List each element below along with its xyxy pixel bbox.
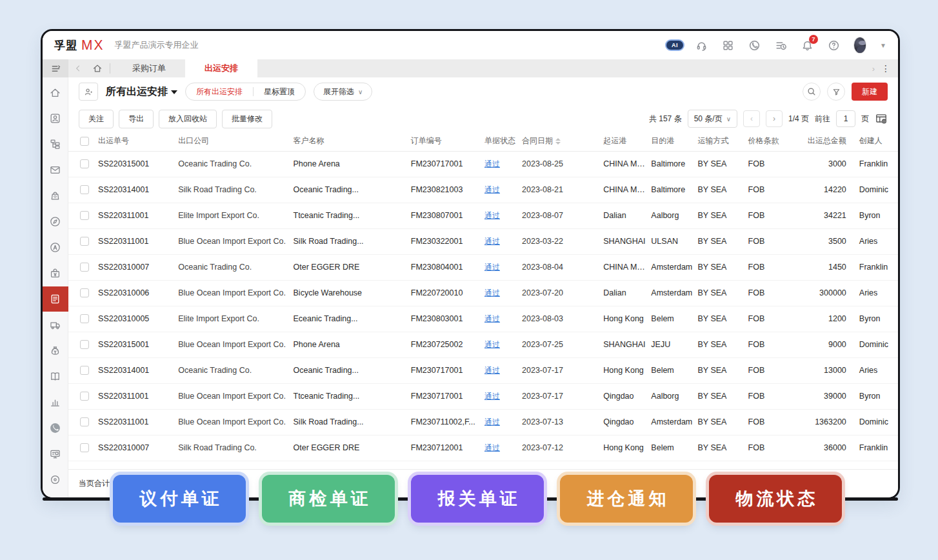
tabs-more-menu-icon[interactable]: ⋮ (881, 63, 890, 74)
goto-page-input[interactable] (836, 110, 855, 127)
follow-button[interactable]: 关注 (79, 110, 114, 128)
tab-shipping-arrangement[interactable]: 出运安排 (185, 59, 257, 77)
sort-icon[interactable] (555, 138, 561, 145)
apps-grid-icon[interactable] (721, 39, 734, 52)
status-link[interactable]: 通过 (484, 211, 500, 220)
table-row[interactable]: SS220311001Blue Ocean Import Export Co.T… (68, 383, 898, 409)
table-row[interactable]: SS220315001Blue Ocean Import Export Co.P… (68, 332, 898, 357)
status-link[interactable]: 通过 (484, 443, 500, 452)
assignee-filter-button[interactable] (79, 83, 98, 101)
status-link[interactable]: 通过 (484, 237, 500, 246)
table-row[interactable]: SS220311001Blue Ocean Import Export Co.S… (68, 228, 898, 254)
sidebar-item-shipping-doc[interactable] (43, 286, 68, 312)
select-all-checkbox[interactable] (80, 137, 89, 146)
pill-starred-top[interactable]: 星标置顶 (254, 83, 305, 100)
sidebar-item-home[interactable] (43, 80, 68, 106)
table-row[interactable]: SS220311001Elite Import Export Co.Ttcean… (68, 203, 898, 228)
row-checkbox[interactable] (80, 314, 89, 323)
row-checkbox[interactable] (80, 340, 89, 349)
status-link[interactable]: 通过 (484, 417, 500, 426)
view-selector[interactable]: 所有出运安排 (106, 85, 177, 99)
row-checkbox[interactable] (80, 185, 89, 194)
prev-page-button[interactable]: ‹ (743, 110, 760, 127)
expand-filter-button[interactable]: 展开筛选∨ (314, 83, 372, 101)
export-button[interactable]: 导出 (119, 110, 154, 128)
task-list-icon[interactable] (774, 39, 787, 52)
next-page-button[interactable]: › (766, 110, 783, 127)
status-link[interactable]: 通过 (484, 366, 500, 375)
avatar-chevron-down-icon[interactable]: ▼ (880, 42, 886, 49)
filter-funnel-button[interactable] (827, 83, 845, 101)
cell-creator: Byron (853, 383, 898, 409)
table-row[interactable]: SS220310007Silk Road Trading Co.Oter EGG… (68, 435, 898, 461)
notifications-bell-icon[interactable]: 7 (801, 39, 813, 52)
sidebar-item-finance-bag[interactable] (43, 337, 68, 363)
sidebar-item-marketing[interactable] (43, 235, 68, 261)
whatsapp-icon[interactable] (748, 39, 761, 52)
page-size-select[interactable]: 50 条/页∨ (688, 110, 737, 128)
sidebar-item-whatsapp[interactable] (43, 415, 68, 441)
sidebar-item-report-chart[interactable] (43, 389, 68, 415)
search-button[interactable] (803, 83, 821, 101)
row-checkbox[interactable] (80, 443, 89, 452)
row-checkbox[interactable] (80, 211, 89, 220)
cell-customer: Oter EGGER DRE (291, 435, 408, 461)
row-checkbox[interactable] (80, 366, 89, 375)
warehouse-notice-button[interactable]: 进仓通知 (560, 475, 693, 523)
create-new-button[interactable]: 新建 (852, 83, 888, 101)
home-icon[interactable] (88, 59, 107, 77)
table-row[interactable]: SS220310005Elite Import Export Co.Eceani… (68, 306, 898, 332)
sidebar-item-mail[interactable] (43, 157, 68, 183)
negotiation-docs-button[interactable]: 议付单证 (113, 475, 246, 523)
batch-edit-button[interactable]: 批量修改 (222, 110, 272, 128)
pill-all-shipments[interactable]: 所有出运安排 (186, 83, 253, 100)
sidebar-item-org-chart[interactable] (43, 132, 68, 157)
logistics-status-button[interactable]: 物流状态 (709, 475, 842, 523)
status-link[interactable]: 通过 (484, 392, 500, 401)
sidebar-item-shopping-bag[interactable] (43, 183, 68, 209)
cell-order_no: FM230725002 (408, 332, 482, 357)
row-checkbox[interactable] (80, 288, 89, 297)
status-link[interactable]: 通过 (484, 314, 500, 323)
table-row[interactable]: SS220311001Blue Ocean Import Export Co.S… (68, 409, 898, 435)
row-checkbox[interactable] (80, 417, 89, 426)
status-link[interactable]: 通过 (484, 340, 500, 349)
sidebar-item-contacts[interactable] (43, 106, 68, 132)
table-row[interactable]: SS220314001Oceanic Trading Co.Oceanic Tr… (68, 357, 898, 383)
row-checkbox[interactable] (80, 392, 89, 401)
table-row[interactable]: SS220310006Blue Ocean Import Export Co.B… (68, 280, 898, 306)
sidebar-item-settings-gear[interactable] (43, 466, 68, 492)
sidebar-item-ledger-book[interactable] (43, 363, 68, 389)
sidebar-item-logistics-truck[interactable] (43, 312, 68, 337)
headset-support-icon[interactable] (695, 39, 708, 52)
help-icon[interactable] (827, 39, 840, 52)
sidebar-item-workbench-monitor[interactable] (43, 441, 68, 466)
column-settings-icon[interactable] (875, 112, 888, 125)
recycle-bin-button[interactable]: 放入回收站 (159, 110, 217, 128)
row-checkbox[interactable] (80, 263, 89, 272)
cell-price_terms: FOB (746, 177, 793, 203)
customs-docs-button[interactable]: 报关单证 (411, 475, 544, 523)
status-link[interactable]: 通过 (484, 288, 500, 297)
sidebar-item-compass[interactable] (43, 209, 68, 235)
table-row[interactable]: SS220314001Silk Road Trading Co.Oceanic … (68, 177, 898, 203)
row-checkbox[interactable] (80, 159, 89, 168)
view-caret-down-icon (171, 90, 177, 94)
status-link[interactable]: 通过 (484, 263, 500, 272)
user-avatar[interactable] (853, 39, 866, 52)
status-link[interactable]: 通过 (484, 185, 500, 194)
tabs-scroll-right-icon[interactable]: › (872, 64, 875, 74)
inspection-docs-button[interactable]: 商检单证 (262, 475, 395, 523)
cell-status: 通过 (482, 203, 519, 228)
sidebar-item-business-funds[interactable] (43, 261, 68, 286)
status-link[interactable]: 通过 (484, 159, 500, 168)
cell-transport: BY SEA (695, 383, 745, 409)
tab-purchase-orders[interactable]: 采购订单 (113, 59, 185, 77)
row-checkbox[interactable] (80, 237, 89, 246)
cell-shipment_no: SS220310007 (95, 254, 175, 280)
nav-back-button[interactable] (68, 59, 88, 77)
sidebar-collapse-button[interactable] (43, 59, 68, 77)
table-row[interactable]: SS220315001Oceanic Trading Co.Phone Aren… (68, 151, 898, 177)
ai-assistant-icon[interactable]: AI (668, 39, 681, 52)
table-row[interactable]: SS220310007Oceanic Trading Co.Oter EGGER… (68, 254, 898, 280)
